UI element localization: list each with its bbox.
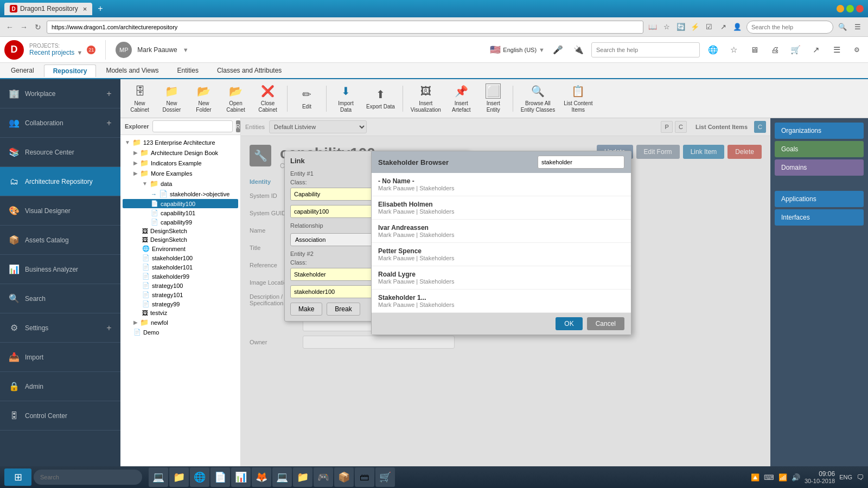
taskbar-app-8[interactable]: 🎮 <box>314 467 333 487</box>
star-icon[interactable]: ☆ <box>661 21 673 33</box>
taskbar-app-4[interactable]: 📊 <box>231 467 251 487</box>
tree-item-capability99[interactable]: 📄 capability99 <box>123 217 238 227</box>
filter-icon[interactable]: ⚡ <box>689 21 701 33</box>
goals-button[interactable]: Goals <box>775 141 864 157</box>
open-cabinet-button[interactable]: 📂 OpenCabinet <box>221 81 251 115</box>
list-content-items-button[interactable]: 📋 List ContentItems <box>560 81 596 115</box>
sidebar-item-architecture-repository[interactable]: 🗂 Architecture Repository <box>0 167 120 196</box>
tab-close[interactable]: × <box>83 5 87 13</box>
sidebar-item-settings[interactable]: ⚙ Settings + <box>0 313 120 343</box>
tree-item-strategy100[interactable]: 📄 strategy100 <box>123 281 238 290</box>
stakeholder-item-andreassen[interactable]: Ivar Andreassen Mark Paauwe | Stakeholde… <box>372 220 631 243</box>
applications-button[interactable]: Applications <box>775 191 864 207</box>
close-cabinet-button[interactable]: ❌ CloseCabinet <box>253 81 283 115</box>
taskbar-app-3[interactable]: 📄 <box>210 467 230 487</box>
share-icon[interactable]: ↗ <box>717 21 729 33</box>
tree-item-stakeholder99[interactable]: 📄 stakeholder99 <box>123 272 238 281</box>
stakeholder-item-noname[interactable]: - No Name - Mark Paauwe | Stakeholders <box>372 173 631 196</box>
interfaces-button[interactable]: Interfaces <box>775 209 864 226</box>
insert-visualization-button[interactable]: 🖼 InsertVisualization <box>407 81 444 115</box>
address-input[interactable] <box>47 21 643 34</box>
forward-button[interactable]: → <box>18 22 29 33</box>
taskbar-app-5[interactable]: 🦊 <box>252 467 271 487</box>
global-search-input[interactable] <box>591 42 700 57</box>
tree-item-design-book[interactable]: ▶ 📁 Architecture Design Book <box>123 147 238 158</box>
tree-item-testviz[interactable]: 🖼 testviz <box>123 309 238 317</box>
mic-icon[interactable]: 🎤 <box>550 42 565 57</box>
taskbar-app-6[interactable]: 💻 <box>272 467 292 487</box>
recent-projects-link[interactable]: Recent projects <box>29 49 74 56</box>
taskbar-search-input[interactable] <box>34 470 142 485</box>
settings-gear-icon[interactable]: ⚙ <box>850 43 864 57</box>
edit-button[interactable]: ✏ Edit <box>292 85 322 112</box>
tree-item-designsketch1[interactable]: 🖼 DesignSketch <box>123 227 238 235</box>
print-icon[interactable]: 🖨 <box>767 42 782 57</box>
reader-icon[interactable]: 📖 <box>647 21 659 33</box>
tree-item-demo[interactable]: 📄 Demo <box>123 328 238 337</box>
tree-item-designsketch2[interactable]: 🖼 DesignSketch <box>123 235 238 244</box>
active-tab[interactable]: D Dragon1 Repository × <box>4 3 92 15</box>
new-dossier-button[interactable]: 📁 NewDossier <box>157 81 187 115</box>
checkbox-icon[interactable]: ☑ <box>703 21 715 33</box>
tree-item-capability100[interactable]: 📄 capability100 <box>123 199 238 208</box>
action-center-icon[interactable]: 🗨 <box>857 473 864 481</box>
sidebar-item-assets-catalog[interactable]: 📦 Assets Catalog <box>0 226 120 255</box>
user-name[interactable]: Mark Paauwe <box>137 46 177 54</box>
nav-entities[interactable]: Entities <box>169 65 207 76</box>
tree-item-more-examples[interactable]: ▶ 📁 More Examples <box>123 168 238 178</box>
sidebar-item-resource-center[interactable]: 📚 Resource Center <box>0 138 120 167</box>
sidebar-item-business-analyzer[interactable]: 📊 Business Analyzer <box>0 255 120 284</box>
sidebar-item-search[interactable]: 🔍 Search <box>0 284 120 313</box>
sidebar-item-collaboration[interactable]: 👥 Collaboration + <box>0 108 120 138</box>
tree-item-stakeholder100[interactable]: 📄 stakeholder100 <box>123 253 238 262</box>
ok-button[interactable]: OK <box>556 317 582 330</box>
export-data-button[interactable]: ⬆ Export Data <box>363 85 398 112</box>
monitor-icon[interactable]: 🖥 <box>746 42 762 57</box>
explorer-search-input[interactable] <box>152 120 233 132</box>
stakeholder-item-spence[interactable]: Petter Spence Mark Paauwe | Stakeholders <box>372 243 631 266</box>
puzzle-icon[interactable]: 🔌 <box>571 42 586 57</box>
explorer-r-button[interactable]: R <box>236 120 240 132</box>
organizations-button[interactable]: Organizations <box>775 123 864 139</box>
taskbar-app-2[interactable]: 🌐 <box>190 467 209 487</box>
hamburger-icon[interactable]: ☰ <box>829 42 844 57</box>
tree-item-indicators[interactable]: ▶ 📁 Indicators Example <box>123 158 238 168</box>
stakeholder-item-1[interactable]: Stakeholder 1... Mark Paauwe | Stakehold… <box>372 290 631 313</box>
tree-item-capability101[interactable]: 📄 capability101 <box>123 208 238 217</box>
browse-entity-classes-button[interactable]: 🔍 Browse AllEntity Classes <box>518 81 558 115</box>
bookmark-icon[interactable]: ☆ <box>726 42 741 57</box>
collaboration-add-icon[interactable]: + <box>104 118 114 128</box>
taskbar-notif-icon[interactable]: 🔼 <box>751 473 760 481</box>
arrow-icon[interactable]: ↗ <box>808 42 824 57</box>
make-button[interactable]: Make <box>290 303 322 316</box>
taskbar-app-7[interactable]: 📁 <box>293 467 312 487</box>
sidebar-item-import[interactable]: 📥 Import <box>0 343 120 372</box>
break-button[interactable]: Break <box>327 303 360 316</box>
settings-add-icon[interactable]: + <box>104 323 114 333</box>
domains-button[interactable]: Domains <box>775 159 864 176</box>
sidebar-item-control-center[interactable]: 🎛 Control Center <box>0 401 120 431</box>
new-tab-button[interactable]: + <box>93 2 107 16</box>
stakeholder-browser-search[interactable] <box>538 156 624 169</box>
sidebar-item-workplace[interactable]: 🏢 Workplace + <box>0 79 120 108</box>
nav-repository[interactable]: Repository <box>44 65 97 77</box>
tree-item-newfol[interactable]: ▶ 📁 newfol <box>123 317 238 328</box>
insert-entity-button[interactable]: ⬜ InsertEntity <box>478 81 508 115</box>
tree-item-environment[interactable]: 🌐 Environment <box>123 244 238 253</box>
new-cabinet-button[interactable]: 🗄 NewCabinet <box>125 81 155 115</box>
search-icon[interactable]: 🔍 <box>837 21 848 33</box>
workplace-add-icon[interactable]: + <box>104 89 114 99</box>
tree-item-enterprise[interactable]: ▼ 📁 123 Enterprise Architecture <box>123 137 238 147</box>
tree-item-stakeholder-objective[interactable]: → 📄 stakeholder->objective <box>123 189 238 199</box>
taskbar-app-11[interactable]: 🛒 <box>375 467 395 487</box>
nav-general[interactable]: General <box>2 65 43 76</box>
cancel-button[interactable]: Cancel <box>587 317 624 330</box>
account-icon[interactable]: 👤 <box>731 21 743 33</box>
globe-icon[interactable]: 🌐 <box>705 42 720 57</box>
taskbar-app-1[interactable]: 📁 <box>169 467 189 487</box>
refresh-button[interactable]: ↻ <box>33 22 43 33</box>
import-data-button[interactable]: ⬇ ImportData <box>331 81 361 115</box>
maximize-button[interactable] <box>846 5 854 12</box>
taskbar-app-10[interactable]: 🗃 <box>355 467 374 487</box>
taskbar-app-0[interactable]: 💻 <box>149 467 168 487</box>
